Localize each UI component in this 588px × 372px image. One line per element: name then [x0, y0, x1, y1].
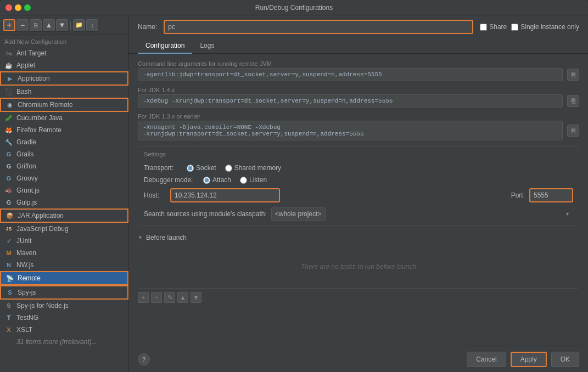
sidebar-item-label: 31 items more (irrelevant)... [16, 338, 97, 346]
form-content: Command line arguments for running remot… [129, 54, 588, 346]
configuration-header: Name: Share Single instance only [129, 15, 588, 38]
add-configuration-button[interactable]: + [3, 19, 15, 31]
jdk13-copy-button[interactable]: ⎘ [567, 125, 579, 137]
junit-icon: ✓ [4, 236, 13, 245]
cmd-section: Command line arguments for running remot… [138, 60, 579, 81]
gradle-icon: 🔧 [4, 138, 13, 146]
sidebar-item-groovy[interactable]: G Groovy [0, 172, 128, 184]
sort-button[interactable]: ↕ [86, 19, 98, 31]
maximize-button[interactable] [24, 4, 31, 11]
sidebar-item-label: Remote [18, 274, 41, 282]
attach-label: Attach [212, 176, 231, 184]
single-instance-checkbox[interactable] [511, 24, 518, 31]
tabs-container: Configuration Logs [129, 38, 588, 54]
share-checkbox[interactable] [480, 24, 487, 31]
folder-button[interactable]: 📁 [73, 19, 85, 31]
attach-radio-label: Attach [203, 176, 231, 184]
grunt-icon: 🐗 [4, 186, 13, 195]
sidebar-item-spy-node[interactable]: S Spy-js for Node.js [0, 300, 128, 312]
name-input[interactable] [164, 20, 473, 34]
socket-radio[interactable] [187, 165, 194, 172]
sidebar-item-label: Gradle [16, 138, 36, 146]
sidebar-item-applet[interactable]: ☕ Applet [0, 59, 128, 71]
settings-label: Settings [144, 151, 573, 157]
sidebar-item-grails[interactable]: G Grails [0, 148, 128, 160]
ok-button[interactable]: OK [551, 352, 579, 367]
launch-remove-button[interactable]: − [151, 292, 162, 303]
port-input[interactable] [529, 188, 573, 202]
move-down-button[interactable]: ▼ [56, 19, 68, 31]
spy-node-icon: S [4, 301, 13, 310]
sidebar-item-gulp[interactable]: G Gulp.js [0, 196, 128, 208]
add-new-header: Add New Configuration [0, 36, 128, 47]
nw-icon: N [4, 261, 13, 269]
sidebar-item-ant-target[interactable]: 🐜 Ant Target [0, 47, 128, 59]
tab-configuration[interactable]: Configuration [138, 38, 192, 54]
transport-label: Transport: [144, 164, 182, 172]
module-row: Search sources using module's classpath:… [144, 207, 573, 221]
jdk14-row: -Xdebug -Xrunjdwp:transport=dt_socket,se… [138, 94, 579, 108]
listen-radio-label: Listen [240, 176, 267, 184]
sidebar-item-griffon[interactable]: G Griffon [0, 160, 128, 172]
socket-radio-label: Socket [187, 164, 216, 172]
jdk14-copy-button[interactable]: ⎘ [567, 95, 579, 107]
module-label: Search sources using module's classpath: [144, 210, 267, 218]
launch-toolbar: + − ✎ ▲ ▼ [138, 289, 579, 306]
shared-memory-radio[interactable] [225, 165, 232, 172]
sidebar-item-label: Gulp.js [16, 199, 37, 206]
xslt-icon: X [4, 325, 13, 334]
launch-move-down-button[interactable]: ▼ [191, 292, 201, 303]
before-launch-header[interactable]: ▼ Before launch [138, 234, 579, 241]
firefox-icon: 🦊 [4, 126, 13, 134]
launch-add-button[interactable]: + [138, 292, 149, 303]
sidebar-item-application[interactable]: ▶ Application [0, 71, 128, 86]
minimize-button[interactable] [15, 4, 21, 11]
sidebar-item-xslt[interactable]: X XSLT [0, 324, 128, 336]
module-select[interactable]: <whole project> [271, 207, 326, 221]
listen-radio[interactable] [240, 177, 247, 184]
attach-radio[interactable] [203, 177, 210, 184]
port-label: Port: [511, 191, 525, 199]
host-input[interactable] [170, 188, 280, 202]
cmd-copy-button[interactable]: ⎘ [567, 69, 579, 81]
launch-move-up-button[interactable]: ▲ [177, 292, 188, 303]
sidebar-item-remote[interactable]: 📡 Remote [0, 271, 128, 285]
sidebar-item-more[interactable]: 31 items more (irrelevant)... [0, 336, 128, 348]
main-content: + − ⎘ ▲ ▼ 📁 ↕ Add New Configuration 🐜 An… [0, 15, 588, 372]
sidebar-item-grunt[interactable]: 🐗 Grunt.js [0, 184, 128, 196]
sidebar-item-testng[interactable]: T TestNG [0, 312, 128, 324]
move-up-button[interactable]: ▲ [43, 19, 55, 31]
help-button[interactable]: ? [138, 353, 150, 365]
sidebar-item-label: TestNG [16, 314, 38, 322]
sidebar-item-label: Spy-js [18, 289, 36, 296]
main-panel: Name: Share Single instance only Configu… [129, 15, 588, 372]
sidebar-item-label: Chromium Remote [18, 101, 73, 109]
cmd-value: -agentlib:jdwp=transport=dt_socket,serve… [138, 68, 563, 81]
host-port-row: Host: Port: [144, 188, 573, 202]
sidebar-item-bash[interactable]: ⬛ Bash [0, 86, 128, 98]
run-debug-configurations-window: Run/Debug Configurations + − ⎘ ▲ ▼ 📁 ↕ A… [0, 0, 588, 372]
tab-logs[interactable]: Logs [192, 38, 222, 54]
jdk14-section: For JDK 1.4.x -Xdebug -Xrunjdwp:transpor… [138, 87, 579, 108]
sidebar-item-jar[interactable]: 📦 JAR Application [0, 208, 128, 223]
sidebar-item-maven[interactable]: M Maven [0, 247, 128, 259]
launch-edit-button[interactable]: ✎ [164, 292, 175, 303]
cancel-button[interactable]: Cancel [467, 352, 506, 367]
sidebar-item-label: Grunt.js [16, 187, 40, 194]
sidebar-item-js-debug[interactable]: JS JavaScript Debug [0, 223, 128, 235]
sidebar-item-nw[interactable]: N NW.js [0, 259, 128, 271]
sidebar-item-cucumber[interactable]: 🥒 Cucumber Java [0, 112, 128, 124]
sidebar-item-label: Firefox Remote [16, 126, 61, 134]
remove-configuration-button[interactable]: − [16, 19, 29, 31]
jdk14-label: For JDK 1.4.x [138, 87, 579, 93]
close-button[interactable] [5, 4, 12, 11]
sidebar-item-gradle[interactable]: 🔧 Gradle [0, 136, 128, 148]
sidebar-item-chromium-remote[interactable]: ◉ Chromium Remote [0, 98, 128, 112]
copy-configuration-button[interactable]: ⎘ [30, 19, 42, 31]
apply-button[interactable]: Apply [511, 352, 547, 367]
sidebar-item-junit[interactable]: ✓ JUnit [0, 235, 128, 247]
grails-icon: G [4, 150, 13, 159]
sidebar-item-firefox[interactable]: 🦊 Firefox Remote [0, 124, 128, 136]
sidebar-item-label: NW.js [16, 261, 33, 269]
sidebar-item-spy-js[interactable]: S Spy-js [0, 285, 128, 300]
